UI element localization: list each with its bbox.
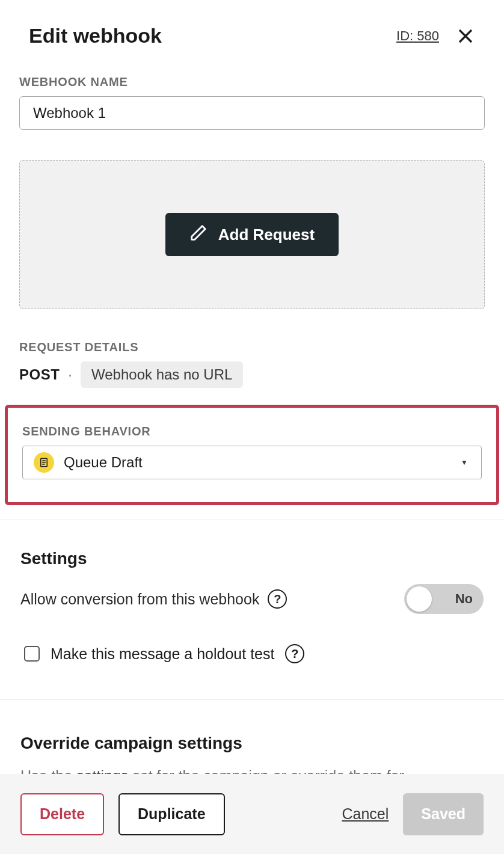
separator-dot: ·: [68, 366, 72, 383]
toggle-label: No: [455, 591, 473, 607]
settings-heading: Settings: [20, 549, 484, 568]
sending-behavior-highlight: SENDING BEHAVIOR Queue Draft ▼: [5, 405, 499, 505]
allow-conversion-toggle[interactable]: No: [404, 584, 484, 614]
override-heading: Override campaign settings: [20, 734, 484, 753]
webhook-name-label: WEBHOOK NAME: [19, 75, 485, 89]
settings-link[interactable]: settings: [76, 767, 128, 774]
add-request-label: Add Request: [218, 226, 315, 244]
override-description: Use the settings set for the campaign or…: [20, 765, 484, 774]
saved-button[interactable]: Saved: [403, 793, 484, 835]
duplicate-button[interactable]: Duplicate: [118, 793, 225, 835]
allow-conversion-label: Allow conversion from this webhook: [20, 591, 259, 608]
draft-status-icon: [34, 452, 54, 473]
delete-button[interactable]: Delete: [20, 793, 104, 835]
help-icon[interactable]: ?: [285, 644, 304, 663]
holdout-label: Make this message a holdout test: [51, 645, 274, 663]
pencil-icon: [189, 224, 207, 246]
sending-behavior-label: SENDING BEHAVIOR: [22, 425, 482, 438]
help-icon[interactable]: ?: [268, 589, 287, 609]
url-status-tag: Webhook has no URL: [81, 361, 243, 388]
holdout-checkbox[interactable]: [24, 646, 40, 662]
chevron-down-icon: ▼: [461, 458, 468, 467]
webhook-id-link[interactable]: ID: 580: [396, 28, 439, 44]
footer-bar: Delete Duplicate Cancel Saved: [0, 774, 504, 854]
page-title: Edit webhook: [29, 24, 162, 48]
add-request-button[interactable]: Add Request: [165, 213, 339, 256]
http-method: POST: [19, 366, 60, 383]
add-request-dropzone: Add Request: [19, 160, 485, 309]
modal-header: Edit webhook ID: 580: [0, 0, 504, 54]
sending-behavior-value: Queue Draft: [64, 454, 143, 471]
sending-behavior-select[interactable]: Queue Draft ▼: [22, 446, 482, 479]
request-details-label: REQUEST DETAILS: [19, 340, 485, 354]
toggle-knob: [407, 586, 432, 612]
close-icon[interactable]: [456, 26, 475, 46]
webhook-name-input[interactable]: [19, 96, 485, 130]
cancel-button[interactable]: Cancel: [342, 805, 389, 823]
